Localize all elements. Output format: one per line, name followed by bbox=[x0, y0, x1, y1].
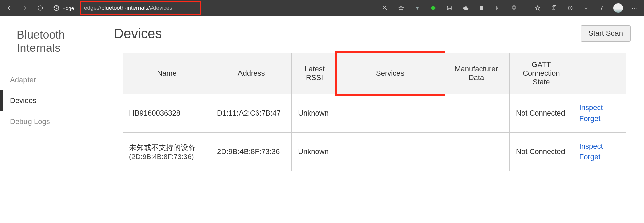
back-button[interactable] bbox=[4, 3, 15, 13]
col-header-name: Name bbox=[123, 53, 211, 94]
favorite-icon[interactable] bbox=[395, 3, 407, 13]
cell-gatt: Not Connected bbox=[510, 94, 573, 133]
main-content: Devices Start Scan Name Address Latest R… bbox=[87, 16, 644, 223]
history-icon[interactable] bbox=[564, 3, 576, 13]
ext-green-icon[interactable] bbox=[428, 3, 439, 13]
sidebar-item-label: Devices bbox=[10, 96, 36, 105]
table-header-row: Name Address Latest RSSI Services Manufa… bbox=[123, 53, 626, 94]
more-menu-icon[interactable]: ⋯ bbox=[629, 3, 640, 13]
ext-page-icon[interactable] bbox=[476, 3, 487, 13]
cell-address: 2D:9B:4B:8F:73:36 bbox=[211, 133, 292, 171]
cell-services bbox=[337, 94, 443, 133]
url-path: bluetooth-internals/ bbox=[101, 5, 150, 11]
cell-actions: Inspect Forget bbox=[573, 94, 626, 133]
browser-toolbar: Edge edge://bluetooth-internals/#devices… bbox=[0, 0, 644, 16]
cell-mfr bbox=[443, 94, 509, 133]
inspect-link[interactable]: Inspect bbox=[579, 142, 620, 151]
extensions-icon[interactable] bbox=[508, 3, 520, 13]
sidebar-title: Bluetooth Internals bbox=[0, 24, 87, 70]
refresh-button[interactable] bbox=[35, 3, 46, 13]
cell-rssi: Unknown bbox=[292, 94, 337, 133]
downloads-icon[interactable] bbox=[580, 3, 592, 13]
profile-avatar[interactable] bbox=[612, 3, 624, 13]
forget-link[interactable]: Forget bbox=[579, 153, 620, 161]
sidebar-item-debug-logs[interactable]: Debug Logs bbox=[0, 111, 87, 132]
svg-rect-3 bbox=[447, 6, 451, 10]
address-bar-highlight: edge://bluetooth-internals/#devices bbox=[80, 1, 201, 15]
browser-brand: Edge bbox=[53, 5, 74, 11]
cell-gatt: Not Connected bbox=[510, 133, 573, 171]
forward-button[interactable] bbox=[19, 3, 30, 13]
sidebar-item-adapter[interactable]: Adapter bbox=[0, 70, 87, 90]
cell-mfr bbox=[443, 133, 509, 171]
col-header-rssi: Latest RSSI bbox=[292, 53, 337, 94]
favorites-hub-icon[interactable] bbox=[532, 3, 543, 13]
svg-point-4 bbox=[448, 8, 449, 9]
zoom-icon[interactable] bbox=[379, 3, 391, 13]
cell-rssi: Unknown bbox=[292, 133, 337, 171]
inspect-link[interactable]: Inspect bbox=[579, 103, 620, 112]
cell-name: 未知或不支持的设备 (2D:9B:4B:8F:73:36) bbox=[123, 133, 211, 171]
sidebar-item-label: Adapter bbox=[10, 76, 36, 84]
ext-cloud-icon[interactable] bbox=[460, 3, 471, 13]
col-header-mfr: Manufacturer Data bbox=[443, 53, 509, 94]
sidebar-item-devices[interactable]: Devices bbox=[0, 90, 87, 111]
browser-brand-label: Edge bbox=[62, 5, 74, 11]
col-header-address: Address bbox=[211, 53, 292, 94]
cell-services bbox=[337, 133, 443, 171]
col-header-actions bbox=[573, 53, 626, 94]
page-title: Devices bbox=[114, 26, 162, 41]
svg-point-5 bbox=[450, 8, 451, 9]
devices-table: Name Address Latest RSSI Services Manufa… bbox=[123, 53, 626, 171]
sidebar: Bluetooth Internals Adapter Devices Debu… bbox=[0, 16, 87, 223]
math-icon[interactable] bbox=[596, 3, 608, 13]
cell-actions: Inspect Forget bbox=[573, 133, 626, 171]
table-row: 未知或不支持的设备 (2D:9B:4B:8F:73:36) 2D:9B:4B:8… bbox=[123, 133, 626, 171]
cell-address: D1:11:A2:C6:7B:47 bbox=[211, 94, 292, 133]
collections-icon[interactable] bbox=[548, 3, 559, 13]
url-prefix: edge:// bbox=[84, 5, 101, 11]
url-hash: #devices bbox=[150, 5, 172, 11]
ext-box-icon[interactable] bbox=[444, 3, 455, 13]
table-row: HB9160036328 D1:11:A2:C6:7B:47 Unknown N… bbox=[123, 94, 626, 133]
forget-link[interactable]: Forget bbox=[579, 114, 620, 123]
cell-name: HB9160036328 bbox=[123, 94, 211, 133]
sidebar-item-label: Debug Logs bbox=[10, 117, 50, 126]
svg-rect-2 bbox=[431, 5, 436, 10]
ext-note-icon[interactable] bbox=[492, 3, 503, 13]
address-bar[interactable]: edge://bluetooth-internals/#devices bbox=[80, 1, 201, 15]
edge-icon bbox=[53, 5, 60, 11]
start-scan-button[interactable]: Start Scan bbox=[581, 25, 631, 42]
sidebar-title-line1: Bluetooth bbox=[17, 28, 65, 41]
toolbar-separator bbox=[526, 4, 526, 12]
ext-v-icon[interactable]: ▾ bbox=[412, 3, 423, 13]
col-header-services: Services bbox=[337, 53, 443, 94]
col-header-gatt: GATT Connection State bbox=[510, 53, 573, 94]
sidebar-title-line2: Internals bbox=[17, 41, 60, 54]
